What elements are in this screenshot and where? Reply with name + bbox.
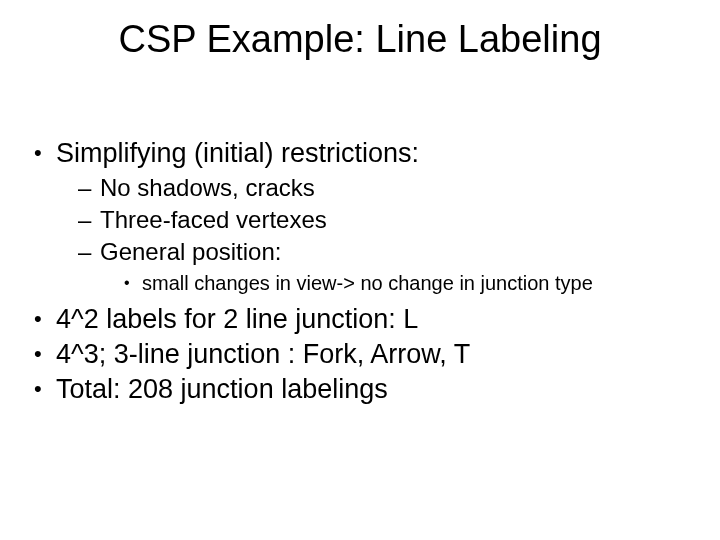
bullet-restrictions: Simplifying (initial) restrictions: [30,137,690,170]
bullet-total: Total: 208 junction labelings [30,373,690,406]
subbullet-general-position: General position: [30,237,690,266]
subsubbullet-small-changes: small changes in view-> no change in jun… [30,271,690,295]
bullet-4sq-labels: 4^2 labels for 2 line junction: L [30,303,690,336]
slide-body: Simplifying (initial) restrictions: No s… [30,137,690,408]
bullet-4cube-labels: 4^3; 3-line junction : Fork, Arrow, T [30,338,690,371]
subbullet-three-faced: Three-faced vertexes [30,205,690,234]
slide: CSP Example: Line Labeling Simplifying (… [0,0,720,540]
slide-title: CSP Example: Line Labeling [0,0,720,61]
subbullet-no-shadows: No shadows, cracks [30,173,690,202]
